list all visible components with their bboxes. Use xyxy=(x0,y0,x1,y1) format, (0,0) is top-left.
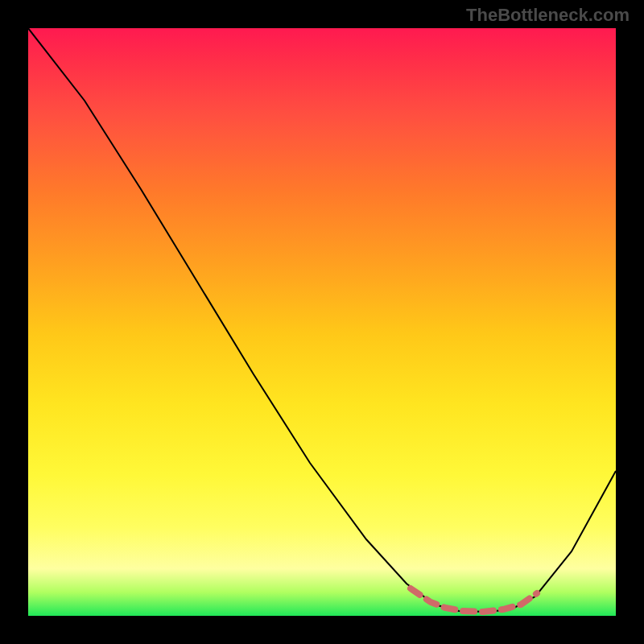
primary-curve-path xyxy=(28,28,616,612)
chart-container: TheBottleneck.com xyxy=(0,0,644,644)
watermark-text: TheBottleneck.com xyxy=(466,5,630,26)
chart-svg xyxy=(28,28,616,616)
bottom-highlight-path xyxy=(411,588,537,612)
plot-area xyxy=(28,28,616,616)
